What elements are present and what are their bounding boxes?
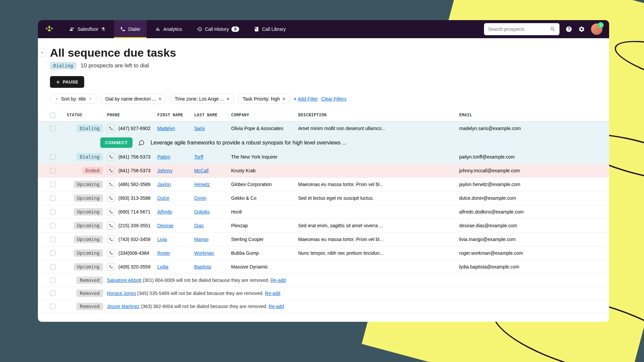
company-value: Krusty Krab — [231, 168, 298, 173]
phone-action[interactable] — [107, 180, 115, 188]
nav-dialer[interactable]: Dialer — [114, 20, 147, 38]
phone-value: (486) 582-3589 — [118, 182, 151, 187]
phone-icon — [120, 26, 125, 32]
company-value: Hooli — [231, 209, 298, 215]
last-name-link[interactable]: Donin — [194, 195, 207, 201]
first-name-link[interactable]: Lydia — [157, 264, 168, 269]
phone-action[interactable] — [107, 222, 115, 230]
row-checkbox[interactable] — [50, 182, 55, 187]
status-badge: Upcoming — [74, 181, 103, 188]
phone-action[interactable] — [107, 249, 115, 257]
nav-analytics[interactable]: Analytics — [149, 20, 188, 38]
call-history-badge: 8 — [231, 26, 239, 32]
first-name-link[interactable]: Madelyn — [157, 126, 175, 131]
nav-call-history-label: Call History — [205, 26, 229, 32]
description-value: Maecenas eu massa tortor. Proin vel bl..… — [298, 237, 459, 242]
first-name-link[interactable]: Livia — [157, 237, 167, 242]
email-value: jaylon.herwitz@example.com — [459, 182, 577, 187]
removed-name-link[interactable]: Salvatore Abbott — [107, 278, 142, 283]
table-header: STATUS PHONE FIRST NAME LAST NAME COMPAN… — [38, 109, 609, 122]
removed-name-link[interactable]: Horace Jones — [107, 291, 136, 296]
connect-button[interactable]: CONNECT — [100, 137, 132, 148]
row-checkbox[interactable] — [50, 223, 55, 228]
search-box[interactable] — [484, 23, 559, 35]
sort-chip[interactable]: Sort by: title — [50, 94, 97, 104]
first-name-link[interactable]: Alfredo — [157, 209, 172, 215]
help-icon[interactable] — [566, 26, 572, 33]
first-name-link[interactable]: Roger — [157, 250, 170, 256]
filter-dial-by[interactable]: Dial by name directori ... × — [100, 94, 166, 104]
row-checkbox[interactable] — [50, 250, 55, 256]
row-checkbox[interactable] — [50, 237, 55, 242]
phone-action[interactable] — [107, 124, 115, 132]
filter-timezone[interactable]: Time zone: Los Ange ... × — [170, 94, 234, 104]
status-badge: Removed — [76, 303, 103, 310]
first-name-link[interactable]: Dulce — [157, 195, 169, 201]
table-row: Upcoming(993) 313-3588DulceDoninGekko & … — [38, 191, 609, 205]
phone-action[interactable] — [107, 194, 115, 202]
flask-icon: ⚗ — [101, 26, 105, 32]
search-input[interactable] — [488, 26, 550, 32]
avatar[interactable]: 2 — [591, 23, 602, 35]
search-icon — [550, 26, 555, 32]
clear-filters-button[interactable]: Clear Filters — [321, 96, 346, 102]
phone-value: (215) 339-3551 — [118, 223, 151, 228]
first-name-link[interactable]: Paityn — [157, 154, 170, 160]
phone-value: (447) 927-6902 — [118, 126, 151, 131]
chart-icon — [155, 26, 161, 32]
row-checkbox[interactable] — [50, 168, 55, 173]
last-name-link[interactable]: Mango — [194, 237, 209, 242]
row-checkbox[interactable] — [50, 264, 55, 269]
phone-action[interactable] — [107, 153, 115, 161]
row-checkbox[interactable] — [50, 195, 55, 201]
row-checkbox[interactable] — [50, 126, 55, 131]
close-icon[interactable]: × — [282, 96, 285, 102]
nav-call-library[interactable]: Call Library — [248, 20, 292, 38]
first-name-link[interactable]: Desirae — [157, 223, 173, 228]
phone-icon — [109, 224, 113, 228]
pause-label: PAUSE — [63, 79, 78, 84]
first-name-link[interactable]: Jaylon — [157, 182, 171, 187]
removed-name-link[interactable]: Jessie Martinez — [107, 304, 140, 309]
last-name-link[interactable]: Dias — [194, 223, 204, 228]
phone-value: (641) 756-5373 — [118, 154, 151, 160]
removed-text: (363) 362-6004 will not be dialed becaus… — [141, 304, 267, 309]
pause-button[interactable]: PAUSE — [50, 76, 84, 88]
phone-icon — [109, 169, 113, 173]
last-name-link[interactable]: Workman — [194, 250, 214, 256]
filter-priority[interactable]: Task Priority: high × — [238, 94, 290, 104]
gear-icon[interactable] — [578, 26, 585, 33]
row-checkbox[interactable] — [50, 154, 55, 160]
last-name-link[interactable]: Dokidis — [194, 209, 210, 215]
select-all-checkbox[interactable] — [50, 113, 55, 118]
first-name-link[interactable]: Johnny — [157, 168, 172, 173]
close-icon[interactable]: × — [227, 96, 229, 102]
last-name-link[interactable]: McCall — [194, 168, 209, 173]
add-filter-button[interactable]: + Add Filter — [293, 96, 318, 102]
close-icon[interactable]: × — [159, 96, 161, 102]
nav-call-history[interactable]: Call History 8 — [191, 20, 245, 38]
phone-action[interactable] — [107, 208, 115, 216]
status-badge: Upcoming — [74, 263, 103, 270]
phone-action[interactable] — [107, 235, 115, 243]
phone-action[interactable] — [107, 167, 115, 175]
re-add-link[interactable]: Re-add — [265, 291, 280, 296]
last-name-link[interactable]: Torff — [194, 154, 203, 160]
last-name-link[interactable]: Baptista — [194, 264, 211, 269]
sidebar-toggle[interactable] — [38, 49, 46, 57]
phone-action[interactable] — [107, 263, 115, 271]
row-checkbox[interactable] — [50, 291, 55, 296]
row-checkbox[interactable] — [50, 304, 55, 309]
re-add-link[interactable]: Re-add — [270, 278, 286, 283]
connect-row: CONNECTLeverage agile frameworks to prov… — [38, 135, 609, 150]
last-name-link[interactable]: Herwitz — [194, 182, 210, 187]
email-value: madelyn.saris@example.com — [459, 126, 577, 131]
phone-icon — [109, 265, 113, 269]
row-checkbox[interactable] — [50, 209, 55, 215]
plus-icon: + — [293, 96, 296, 102]
nav-dialer-label: Dialer — [128, 26, 141, 32]
row-checkbox[interactable] — [50, 278, 55, 283]
nav-salesfloor[interactable]: Salesfloor ⚗ — [63, 20, 111, 38]
last-name-link[interactable]: Saris — [194, 126, 205, 131]
re-add-link[interactable]: Re-add — [269, 304, 284, 309]
